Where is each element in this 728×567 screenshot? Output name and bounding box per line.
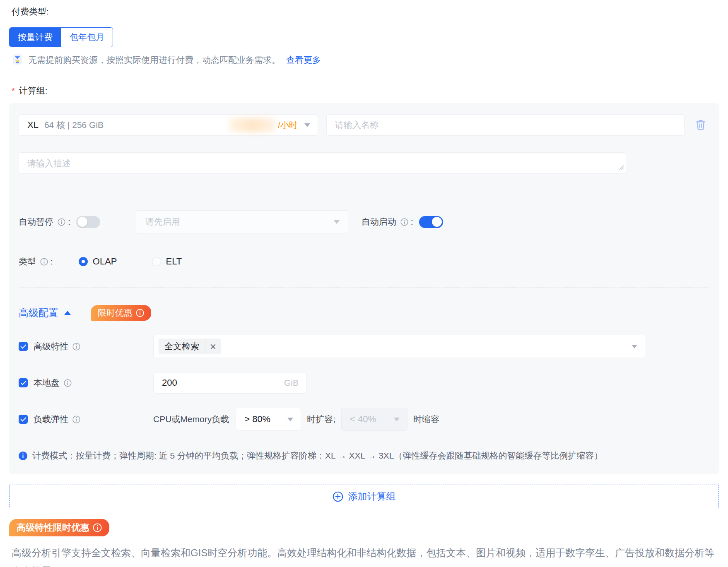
auto-pause-label: 自动暂停 — [19, 216, 53, 228]
pause-select-placeholder: 请先启用 — [145, 216, 180, 228]
scale-down-suffix: 时缩容 — [413, 413, 439, 425]
spec-detail: 64 核 | 256 GiB — [44, 119, 104, 131]
spec-size: XL — [27, 120, 39, 130]
pause-schedule-select: 请先启用 — [136, 210, 348, 233]
radio-elt-label: ELT — [166, 256, 182, 267]
info-icon[interactable] — [72, 343, 80, 351]
auto-pause-toggle[interactable] — [76, 216, 100, 228]
local-disk-size-input[interactable] — [162, 377, 284, 388]
load-elasticity-checkbox[interactable] — [19, 415, 28, 424]
scale-up-threshold-value: > 80% — [244, 414, 287, 425]
price-unit: /小时 — [278, 119, 298, 131]
type-colon: : — [51, 257, 53, 267]
info-filled-icon — [19, 452, 27, 460]
load-elasticity-row: 负载弹性 CPU或Memory负载 > 80% 时扩容; < 40% 时缩容 — [19, 408, 709, 431]
chevron-down-icon — [287, 418, 293, 421]
features-multiselect[interactable]: 全文检索 — [153, 335, 646, 358]
scale-up-threshold-select[interactable]: > 80% — [236, 408, 301, 431]
tab-pay-as-you-go[interactable]: 按量计费 — [10, 28, 61, 47]
compute-group-label: 计算组: — [19, 85, 48, 96]
info-icon[interactable] — [58, 218, 65, 226]
payment-hint-text: 无需提前购买资源，按照实际使用进行付费，动态匹配业务需求。 — [28, 54, 280, 66]
required-asterisk: * — [12, 86, 15, 96]
radio-unselected-icon — [152, 257, 161, 266]
limited-time-offer-text: 限时优惠 — [98, 307, 133, 319]
billing-note-row: 计费模式：按量计费；弹性周期: 近 5 分钟的平均负载；弹性规格扩容阶梯：XL … — [19, 450, 709, 461]
radio-option-olap[interactable]: OLAP — [79, 256, 117, 267]
tab-subscription[interactable]: 包年包月 — [61, 28, 113, 47]
payment-type-label: 付费类型: — [12, 6, 728, 17]
info-icon[interactable] — [40, 258, 48, 266]
add-compute-group-button[interactable]: 添加计算组 — [9, 485, 719, 508]
scale-down-threshold-value: < 40% — [350, 414, 394, 425]
chevron-down-icon — [632, 345, 637, 348]
compute-group-card: XL 64 核 | 256 GiB /小时 — [9, 103, 719, 474]
delete-compute-group-button[interactable] — [695, 119, 706, 131]
local-disk-unit: GiB — [284, 378, 299, 388]
advanced-config-header: 高级配置 限时优惠 — [19, 305, 709, 321]
description-row — [19, 152, 626, 174]
info-icon[interactable] — [400, 218, 408, 226]
auto-pause-colon: : — [68, 217, 70, 227]
info-icon[interactable] — [136, 309, 144, 317]
auto-start-label: 自动启动 — [362, 216, 396, 228]
advanced-config-toggle[interactable]: 高级配置 — [19, 306, 58, 320]
auto-start-colon: : — [411, 217, 413, 227]
chevron-down-icon — [394, 418, 400, 421]
advanced-features-label: 高级特性 — [34, 341, 68, 352]
payment-type-tab-group: 按量计费 包年包月 — [9, 27, 113, 47]
advanced-features-row: 高级特性 全文检索 — [19, 335, 709, 358]
spec-select[interactable]: XL 64 核 | 256 GiB /小时 — [19, 114, 318, 136]
radio-olap-label: OLAP — [93, 256, 117, 267]
remove-tag-icon[interactable] — [205, 339, 221, 354]
chevron-up-icon[interactable] — [64, 311, 71, 315]
local-disk-checkbox[interactable] — [19, 378, 28, 387]
local-disk-row: 本地盘 GiB — [19, 372, 709, 394]
name-input[interactable] — [326, 114, 685, 136]
advanced-features-checkbox[interactable] — [19, 342, 28, 351]
limited-time-offer-badge: 限时优惠 — [91, 305, 151, 321]
chevron-down-icon — [334, 220, 340, 224]
feature-tag-label: 全文检索 — [159, 341, 205, 352]
local-disk-label: 本地盘 — [34, 377, 60, 389]
plus-circle-icon — [333, 491, 343, 502]
pay-as-you-go-icon — [12, 53, 22, 67]
info-icon[interactable] — [72, 416, 80, 423]
compute-group-label-row: * 计算组: — [0, 85, 728, 96]
add-compute-group-label: 添加计算组 — [348, 490, 396, 503]
chevron-down-icon — [304, 123, 310, 127]
view-more-link[interactable]: 查看更多 — [286, 54, 321, 66]
payment-hint-row: 无需提前购买资源，按照实际使用进行付费，动态匹配业务需求。 查看更多 — [12, 53, 728, 67]
spec-row: XL 64 核 | 256 GiB /小时 — [19, 114, 709, 136]
load-elasticity-label: 负载弹性 — [34, 413, 68, 425]
promo-badge: 高级特性限时优惠 — [9, 519, 109, 536]
description-textarea[interactable] — [19, 152, 626, 174]
price-redacted-blur — [229, 118, 275, 132]
dashed-divider — [19, 287, 709, 288]
purchase-config-page: 付费类型: 按量计费 包年包月 无需提前购买资源，按照实际使用进行付费，动态匹配… — [0, 0, 728, 567]
billing-note-text: 计费模式：按量计费；弹性周期: 近 5 分钟的平均负载；弹性规格扩容阶梯：XL … — [32, 450, 603, 461]
promo-description: 高级分析引擎支持全文检索、向量检索和GIS时空分析功能。高效处理结构化和非结构化… — [12, 544, 718, 567]
type-row: 类型 : OLAP ELT — [19, 256, 709, 267]
info-icon[interactable] — [64, 379, 72, 387]
scale-down-threshold-select: < 40% — [341, 408, 407, 431]
elastic-condition-prefix: CPU或Memory负载 — [153, 413, 229, 425]
feature-tag-fulltext: 全文检索 — [159, 339, 221, 354]
resize-handle-icon[interactable] — [618, 164, 624, 172]
promo-badge-text: 高级特性限时优惠 — [17, 521, 89, 534]
auto-pause-row: 自动暂停 : 请先启用 自动启动 : — [19, 210, 709, 233]
radio-option-elt[interactable]: ELT — [152, 256, 182, 267]
info-icon[interactable] — [93, 523, 102, 532]
radio-selected-icon — [79, 257, 88, 266]
scale-up-suffix: 时扩容; — [307, 413, 335, 425]
local-disk-size-field: GiB — [153, 372, 306, 394]
auto-start-toggle[interactable] — [419, 216, 443, 228]
type-label: 类型 — [19, 256, 36, 267]
